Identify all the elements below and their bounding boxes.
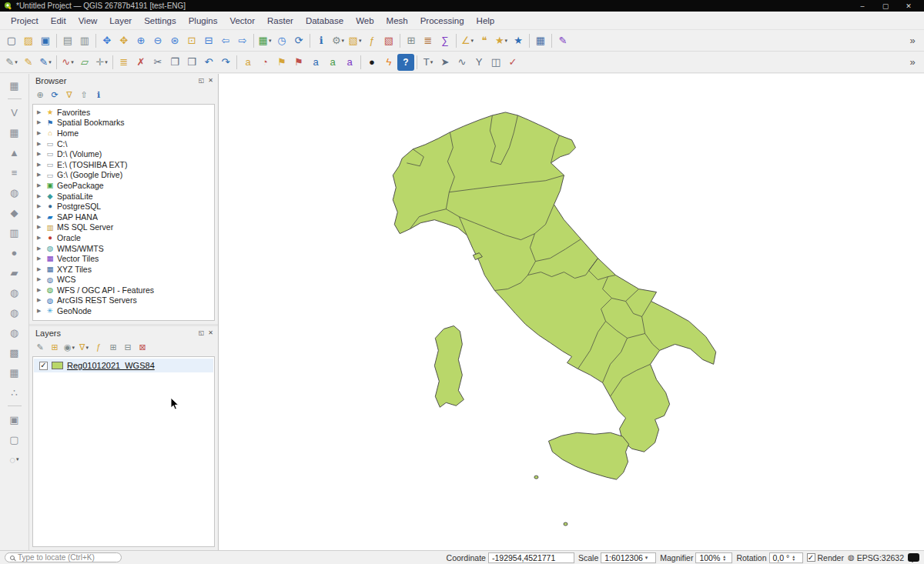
expand-arrow-icon[interactable]: ▶ [37, 130, 43, 136]
run-feature-action-button[interactable]: ⚙▾ [330, 32, 346, 49]
open-layer-styling-panel-button[interactable]: ✎ [33, 341, 47, 355]
expand-arrow-icon[interactable]: ▶ [37, 141, 43, 147]
browser-item-postgresql[interactable]: ▶●PostgreSQL [33, 201, 214, 212]
check-geometries-button[interactable]: ✓ [504, 54, 521, 71]
add-vector-layer-button[interactable]: V [5, 104, 24, 121]
browser-item-e-toshiba-ext[interactable]: ▶▭E:\ (TOSHIBA EXT) [33, 159, 214, 170]
layer-visibility-checkbox[interactable]: ✓ [39, 362, 48, 370]
filter-browser-button[interactable]: ∇ [62, 88, 76, 102]
menu-processing[interactable]: Processing [414, 14, 470, 28]
open-project-button[interactable]: ▨ [20, 32, 37, 49]
expand-arrow-icon[interactable]: ▶ [37, 193, 43, 199]
expand-arrow-icon[interactable]: ▶ [37, 109, 43, 115]
rotation-spinbox[interactable]: 0,0 ° ▲▼ [769, 552, 803, 563]
coordinate-input[interactable]: -192954,4521771 [488, 552, 574, 563]
expand-all-button[interactable]: ⊞ [106, 341, 120, 355]
add-spatialite-layer-button[interactable]: ◆ [5, 204, 24, 221]
layer-labeling-button[interactable]: a [239, 54, 256, 71]
add-wcs-layer-button[interactable]: ◍ [5, 304, 24, 321]
browser-item-wcs[interactable]: ▶◍WCS [33, 275, 214, 285]
menu-vector[interactable]: Vector [223, 14, 261, 28]
style-manager-button[interactable]: ✎ [554, 32, 571, 49]
reshape-features-button[interactable]: ∿ [454, 54, 470, 71]
filter-legend-button[interactable]: ∇▾ [77, 341, 91, 355]
close-button[interactable]: ✕ [897, 0, 920, 12]
field-calculator-button[interactable]: ≣ [420, 32, 437, 49]
browser-item-spatialite[interactable]: ▶◆SpatiaLite [33, 191, 214, 202]
add-oracle-layer-button[interactable]: ● [5, 244, 24, 261]
cut-features-button[interactable]: ✂ [149, 54, 166, 71]
zoom-out-button[interactable]: ⊖ [149, 32, 166, 49]
layer-row[interactable]: ✓Reg01012021_WGS84 [34, 359, 213, 372]
pan-map-button[interactable]: ✥ [99, 32, 116, 49]
browser-close-button[interactable]: ✕ [208, 77, 213, 84]
add-point-cloud-layer-button[interactable]: ∴ [5, 384, 24, 401]
paste-features-button[interactable]: ❒ [183, 54, 200, 71]
expand-arrow-icon[interactable]: ▶ [37, 172, 43, 178]
split-features-button[interactable]: Y [470, 54, 487, 71]
vertex-tool-button[interactable]: ✛▾ [93, 54, 110, 71]
save-project-button[interactable]: ▣ [37, 32, 54, 49]
add-hana-layer-button[interactable]: ▰ [5, 264, 24, 281]
expand-arrow-icon[interactable]: ▶ [37, 182, 43, 189]
delete-selected-button[interactable]: ✗ [132, 54, 149, 71]
filter-legend-by-expression-button[interactable]: ƒ [92, 341, 105, 355]
metasearch-button[interactable]: ● [363, 54, 380, 71]
spinner-arrows-icon[interactable]: ▲▼ [792, 555, 795, 561]
menu-mesh[interactable]: Mesh [380, 14, 414, 28]
browser-item-oracle[interactable]: ▶●Oracle [33, 232, 214, 243]
browser-item-wms-wmts[interactable]: ▶◍WMS/WMTS [33, 243, 214, 254]
add-wfs-layer-button[interactable]: ◍ [5, 324, 24, 341]
browser-item-favorites[interactable]: ▶★Favorites [33, 107, 214, 118]
new-map-view-button[interactable]: ▦▾ [256, 32, 273, 49]
browser-item-spatial-bookmarks[interactable]: ▶⚑Spatial Bookmarks [33, 118, 214, 128]
temporal-controller-button[interactable]: ◷ [273, 32, 290, 49]
data-source-manager-button[interactable]: ▦ [532, 32, 549, 49]
modify-attributes-button[interactable]: ≣ [116, 54, 132, 71]
add-wms-layer-button[interactable]: ◍ [5, 284, 24, 301]
browser-item-geonode[interactable]: ▶✳GeoNode [33, 305, 214, 316]
change-label-button[interactable]: a [341, 54, 358, 71]
add-postgis-layer-button[interactable]: ◍ [5, 184, 24, 201]
save-layer-edits-button[interactable]: ✎▾ [37, 54, 54, 71]
browser-item-wfs-ogc-api-features[interactable]: ▶◍WFS / OGC API - Features [33, 285, 214, 295]
expand-arrow-icon[interactable]: ▶ [37, 162, 43, 168]
select-annotation-button[interactable]: ➤ [437, 54, 454, 71]
expand-arrow-icon[interactable]: ▶ [37, 255, 43, 262]
browser-item-xyz-tiles[interactable]: ▶▦XYZ Tiles [33, 264, 214, 275]
new-temporary-scratch-layer-button[interactable]: ◌▾ [5, 451, 24, 468]
show-layout-manager-button[interactable]: ▥ [76, 32, 93, 49]
redo-button[interactable]: ↷ [217, 54, 234, 71]
browser-item-geopackage[interactable]: ▶▣GeoPackage [33, 180, 214, 191]
locator-search-input[interactable]: Type to locate (Ctrl+K) [5, 552, 122, 562]
expand-arrow-icon[interactable]: ▶ [37, 266, 43, 272]
new-shapefile-layer-button[interactable]: ▢ [5, 431, 24, 448]
browser-item-d-volume[interactable]: ▶▭D:\ (Volume) [33, 149, 214, 159]
processing-toolbox-button[interactable]: ϟ [380, 54, 397, 71]
menu-plugins[interactable]: Plugins [182, 14, 224, 28]
rotate-label-button[interactable]: a [324, 54, 341, 71]
menu-settings[interactable]: Settings [138, 14, 182, 28]
new-project-button[interactable]: ▢ [3, 32, 20, 49]
browser-float-button[interactable]: ◱ [199, 77, 205, 84]
select-by-expression-button[interactable]: ƒ [363, 32, 380, 49]
expand-arrow-icon[interactable]: ▶ [37, 245, 43, 252]
maximize-button[interactable]: ▢ [874, 0, 897, 12]
help-contents-button[interactable]: ? [397, 54, 414, 71]
toggle-editing-button[interactable]: ✎ [20, 54, 37, 71]
browser-item-home[interactable]: ▶⌂Home [33, 128, 214, 138]
expand-arrow-icon[interactable]: ▶ [37, 287, 43, 293]
layers-close-button[interactable]: ✕ [208, 329, 213, 336]
new-spatial-bookmark-button[interactable]: ★▾ [493, 32, 510, 49]
identify-features-button[interactable]: ℹ [313, 32, 330, 49]
map-tips-button[interactable]: ❝ [476, 32, 493, 49]
spinner-arrows-icon[interactable]: ▲▼ [722, 555, 726, 561]
zoom-last-button[interactable]: ⇦ [217, 32, 234, 49]
collapse-all-browser-button[interactable]: ⇧ [77, 88, 91, 102]
text-annotation-button[interactable]: T▾ [420, 54, 437, 71]
add-xyz-layer-button[interactable]: ▦ [5, 364, 24, 381]
menu-view[interactable]: View [72, 14, 104, 28]
zoom-in-button[interactable]: ⊕ [132, 32, 149, 49]
expand-arrow-icon[interactable]: ▶ [37, 214, 43, 220]
menu-project[interactable]: Project [5, 14, 45, 28]
